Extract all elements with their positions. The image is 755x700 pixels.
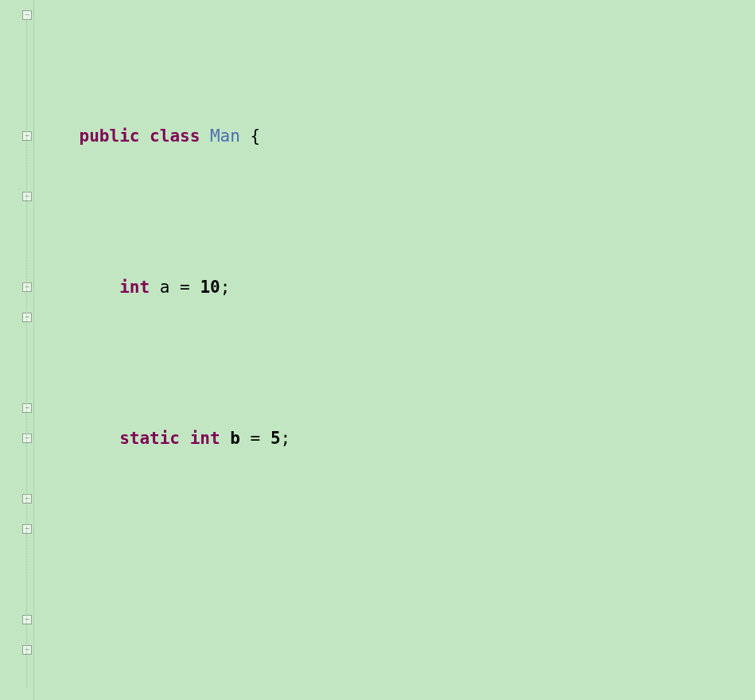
fold-marker[interactable]: − — [22, 10, 32, 20]
fold-line — [26, 21, 27, 687]
keyword-class: class — [150, 126, 200, 146]
fold-end-marker[interactable]: − — [22, 615, 32, 624]
fold-end-marker[interactable]: − — [22, 434, 32, 443]
fold-marker[interactable]: − — [22, 494, 32, 504]
keyword-static: static — [119, 429, 180, 448]
fold-end-marker[interactable]: − — [22, 403, 32, 413]
literal-10: 10 — [200, 278, 220, 297]
fold-end-marker[interactable]: − — [22, 645, 32, 655]
keyword-int: int — [119, 278, 150, 297]
code-area[interactable]: public class Man { int a = 10; static in… — [34, 0, 755, 700]
brace-open: { — [251, 126, 261, 146]
code-line[interactable]: public class Man { — [34, 121, 755, 151]
gutter[interactable]: − − − − − − − − − − − — [0, 0, 34, 700]
fold-marker[interactable]: − — [22, 313, 32, 322]
fold-marker[interactable]: − — [22, 282, 32, 292]
fold-end-marker[interactable]: − — [22, 192, 32, 201]
field-b: b — [230, 429, 240, 448]
semi: ; — [220, 278, 231, 297]
code-line[interactable]: static int b = 5; — [34, 423, 755, 453]
keyword-int: int — [190, 429, 220, 448]
class-name-man: Man — [210, 126, 240, 146]
fold-marker[interactable]: − — [22, 131, 32, 141]
op-eq: = — [180, 278, 190, 297]
op-eq: = — [251, 429, 261, 448]
code-line[interactable]: int a = 10; — [34, 272, 755, 302]
keyword-public: public — [80, 126, 140, 146]
literal-5: 5 — [270, 429, 281, 448]
field-a: a — [160, 278, 170, 297]
semi: ; — [281, 429, 291, 448]
fold-marker[interactable]: − — [22, 524, 32, 534]
code-line[interactable] — [34, 574, 755, 605]
code-editor[interactable]: − − − − − − − − − − − public class Man {… — [0, 0, 755, 700]
